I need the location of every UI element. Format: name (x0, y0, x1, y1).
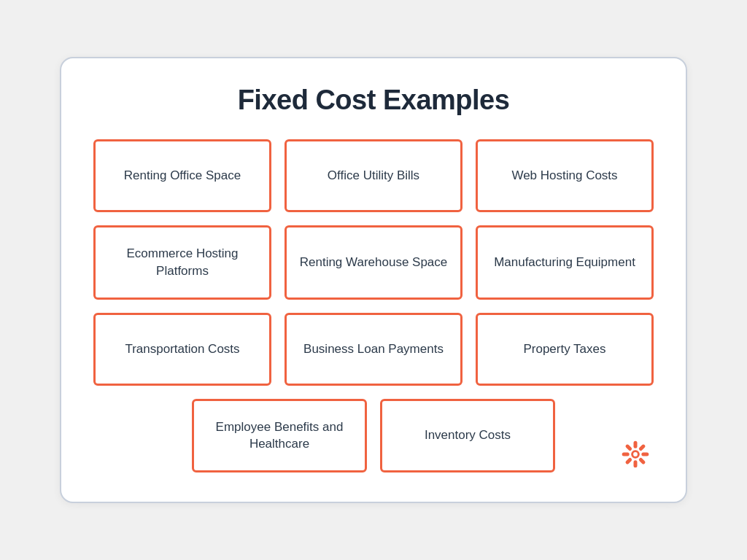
hubspot-logo (617, 436, 654, 472)
list-item: Inventory Costs (380, 399, 555, 473)
items-grid: Renting Office Space Office Utility Bill… (93, 139, 654, 386)
bottom-row: Employee Benefits and Healthcare Invento… (93, 399, 654, 473)
svg-rect-1 (634, 441, 638, 448)
svg-point-10 (633, 452, 638, 456)
svg-rect-4 (641, 453, 649, 456)
list-item: Business Loan Payments (285, 313, 462, 386)
hubspot-icon (617, 436, 654, 472)
list-item: Manufacturing Equipment (476, 225, 654, 300)
svg-rect-8 (638, 457, 646, 465)
list-item: Office Utility Bills (285, 139, 462, 212)
list-item: Transportation Costs (93, 313, 271, 386)
page-title: Fixed Cost Examples (93, 85, 654, 116)
main-card: Fixed Cost Examples Renting Office Space… (60, 57, 687, 503)
svg-rect-6 (625, 457, 633, 465)
list-item: Web Hosting Costs (476, 139, 654, 212)
list-item: Property Taxes (476, 313, 654, 386)
svg-rect-2 (634, 460, 638, 467)
svg-rect-5 (638, 444, 646, 452)
svg-rect-3 (622, 453, 630, 456)
list-item: Renting Warehouse Space (285, 225, 462, 300)
list-item: Ecommerce Hosting Platforms (93, 225, 271, 300)
list-item: Employee Benefits and Healthcare (192, 399, 367, 473)
list-item: Renting Office Space (93, 139, 271, 212)
svg-rect-7 (625, 444, 633, 452)
